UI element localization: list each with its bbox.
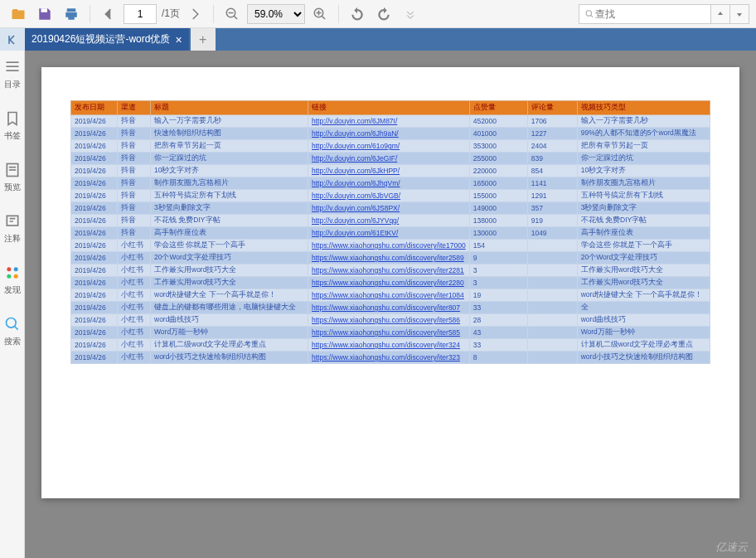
open-file-button[interactable] — [7, 2, 30, 26]
rotate-right-button[interactable] — [372, 2, 395, 26]
table-row: 2019/4/26小红书工作最实用word技巧大全https://www.xia… — [71, 277, 710, 289]
next-page-button[interactable] — [183, 2, 206, 26]
table-row: 2019/4/26小红书word快捷键大全 下一个高手就是你！https://w… — [71, 289, 710, 302]
sidebar-item-discover[interactable]: 发现 — [4, 264, 21, 296]
table-row: 2019/4/26小红书Word万能一秒钟https://www.xiaohon… — [71, 327, 710, 339]
bookmark-icon — [4, 110, 21, 127]
document-page: 发布日期 渠道 标题 链接 点赞量 评论量 视频技巧类型 2019/4/26抖音… — [41, 67, 739, 498]
sidebar-item-label: 目录 — [4, 79, 21, 90]
find-input[interactable] — [595, 8, 705, 20]
tab-close-button[interactable]: × — [175, 33, 182, 46]
preview-icon — [4, 162, 21, 178]
sidebar-item-label: 发现 — [4, 284, 21, 296]
print-button[interactable] — [60, 2, 83, 26]
svg-rect-4 — [6, 61, 18, 63]
svg-point-14 — [13, 274, 17, 279]
table-row: 2019/4/26抖音快速绘制组织结构图http://v.douyin.com/… — [71, 128, 710, 140]
table-row: 2019/4/26抖音把所有章节另起一页http://v.douyin.com/… — [71, 140, 710, 153]
svg-point-13 — [7, 274, 11, 279]
zoom-out-button[interactable] — [220, 2, 244, 26]
new-tab-button[interactable]: + — [191, 28, 216, 51]
annotation-icon — [4, 213, 21, 230]
svg-rect-0 — [41, 8, 48, 12]
sidebar-item-search[interactable]: 搜索 — [4, 316, 21, 347]
svg-point-15 — [6, 318, 16, 328]
table-header-row: 发布日期 渠道 标题 链接 点赞量 评论量 视频技巧类型 — [71, 101, 710, 115]
table-row: 2019/4/26抖音3秒竖向删除文字http://v.douyin.com/6… — [71, 202, 710, 215]
find-prev-button[interactable] — [710, 4, 730, 24]
table-row: 2019/4/26小红书word曲线技巧https://www.xiaohong… — [71, 314, 710, 327]
table-row: 2019/4/26抖音10秒文字对齐http://v.douyin.com/6J… — [71, 165, 710, 177]
find-next-button[interactable] — [729, 4, 749, 24]
collapse-sidebar-button[interactable] — [0, 28, 25, 51]
table-row: 2019/4/26小红书计算机二级word文字处理必考重点https://www… — [71, 339, 710, 352]
table-row: 2019/4/26抖音不花钱 免费DIY字帖http://v.douyin.co… — [71, 215, 710, 227]
header-title: 标题 — [151, 101, 308, 115]
svg-point-12 — [13, 267, 17, 271]
svg-rect-9 — [8, 169, 15, 171]
more-button[interactable] — [399, 2, 422, 26]
search-icon — [4, 316, 21, 332]
header-likes: 点赞量 — [469, 101, 527, 115]
list-icon — [4, 59, 21, 75]
left-sidebar: 目录 书签 预览 注释 发现 搜索 — [0, 51, 25, 558]
table-row: 2019/4/26小红书20个Word文字处理技巧https://www.xia… — [71, 252, 710, 264]
sidebar-item-bookmarks[interactable]: 书签 — [4, 110, 21, 142]
table-row: 2019/4/26抖音输入一万字需要几秒http://v.douyin.com/… — [71, 115, 710, 128]
page-total-label: /1页 — [162, 7, 180, 21]
table-row: 2019/4/26抖音五种符号搞定所有下划线http://v.douyin.co… — [71, 190, 710, 202]
zoom-select[interactable]: 59.0% — [247, 4, 305, 24]
document-tab[interactable]: 20190426短视频运营-word优质 × — [25, 28, 189, 51]
document-viewport[interactable]: 发布日期 渠道 标题 链接 点赞量 评论量 视频技巧类型 2019/4/26抖音… — [25, 51, 756, 558]
rotate-left-button[interactable] — [346, 2, 369, 26]
header-channel: 渠道 — [118, 101, 151, 115]
prev-page-button[interactable] — [97, 2, 120, 26]
sidebar-item-preview[interactable]: 预览 — [4, 162, 21, 193]
main-toolbar: /1页 59.0% — [0, 0, 756, 28]
page-number-input[interactable] — [124, 4, 157, 24]
svg-rect-8 — [8, 167, 15, 168]
sidebar-item-label: 搜索 — [4, 336, 21, 347]
find-input-container[interactable] — [579, 4, 711, 24]
svg-rect-5 — [6, 66, 18, 67]
sidebar-item-label: 预览 — [4, 182, 21, 193]
header-type: 视频技巧类型 — [577, 101, 710, 115]
zoom-in-button[interactable] — [308, 2, 332, 26]
sidebar-item-label: 书签 — [4, 130, 21, 142]
table-row: 2019/4/26小红书word小技巧之快速绘制组织结构图https://www… — [71, 352, 710, 364]
sidebar-item-label: 注释 — [4, 233, 21, 245]
sidebar-item-annotations[interactable]: 注释 — [4, 213, 21, 245]
table-row: 2019/4/26抖音你一定踩过的坑http://v.douyin.com/6J… — [71, 153, 710, 165]
save-button[interactable] — [33, 2, 56, 26]
grid-icon — [4, 264, 21, 281]
table-row: 2019/4/26小红书工作最实用word技巧大全https://www.xia… — [71, 264, 710, 277]
header-link: 链接 — [308, 101, 470, 115]
sidebar-item-toc[interactable]: 目录 — [4, 59, 21, 90]
table-row: 2019/4/26小红书学会这些 你就是下一个高手https://www.xia… — [71, 240, 710, 252]
header-date: 发布日期 — [71, 101, 118, 115]
data-table: 发布日期 渠道 标题 链接 点赞量 评论量 视频技巧类型 2019/4/26抖音… — [70, 100, 710, 364]
svg-point-3 — [586, 10, 591, 15]
svg-point-11 — [7, 267, 11, 271]
table-row: 2019/4/26小红书键盘上的键都有哪些用途，电脑快捷键大全https://w… — [71, 302, 710, 314]
header-comments: 评论量 — [527, 101, 577, 115]
svg-rect-6 — [6, 70, 18, 71]
watermark: 亿速云 — [715, 540, 748, 555]
tab-bar: 20190426短视频运营-word优质 × + — [0, 28, 756, 51]
table-row: 2019/4/26抖音高手制作座位表http://v.douyin.com/61… — [71, 227, 710, 240]
tab-label: 20190426短视频运营-word优质 — [32, 32, 170, 46]
table-row: 2019/4/26抖音制作朋友圈九宫格相片http://v.douyin.com… — [71, 177, 710, 190]
